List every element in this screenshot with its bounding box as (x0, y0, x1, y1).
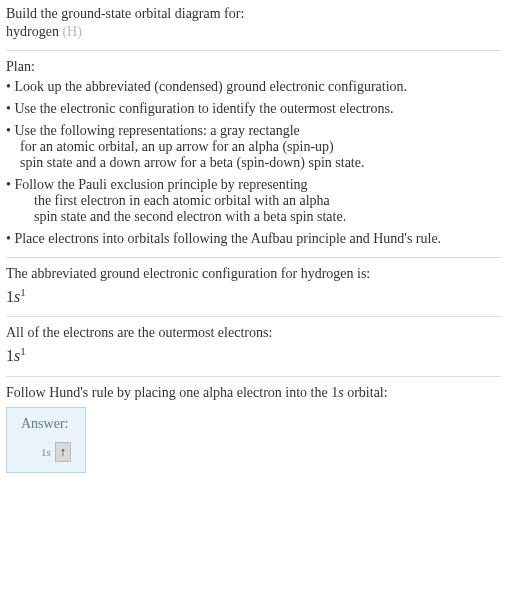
config-e: 1 (20, 345, 26, 357)
orbital-l: s (47, 446, 51, 458)
plan-line: spin state and a down arrow for a beta (… (20, 155, 501, 171)
plan-item: • Use the electronic configuration to id… (6, 101, 501, 117)
config-n: 1 (6, 348, 14, 365)
plan-line: spin state and the second electron with … (34, 209, 501, 225)
text-part: orbital: (344, 385, 388, 400)
plan-line: • Use the following representations: a g… (6, 123, 501, 139)
plan-line: • Place electrons into orbitals followin… (6, 231, 501, 247)
orbital-cell: ↑ (55, 442, 71, 462)
electron-config: 1s1 (6, 286, 501, 306)
config-e: 1 (20, 286, 26, 298)
element-name: hydrogen (6, 24, 59, 39)
plan-item: • Place electrons into orbitals followin… (6, 231, 501, 247)
plan-item: • Use the following representations: a g… (6, 123, 501, 171)
config-n: 1 (6, 288, 14, 305)
plan-label: Plan: (6, 59, 501, 75)
separator (6, 50, 501, 51)
separator (6, 257, 501, 258)
plan-line: for an atomic orbital, an up arrow for a… (20, 139, 501, 155)
up-arrow-icon: ↑ (60, 446, 66, 458)
orbital-row: 1s ↑ (41, 442, 71, 462)
section-text: The abbreviated ground electronic config… (6, 266, 501, 282)
text-part: Follow Hund's rule by placing one alpha … (6, 385, 338, 400)
plan-line: the first electron in each atomic orbita… (34, 193, 501, 209)
electron-config: 1s1 (6, 345, 501, 365)
plan-item: • Look up the abbreviated (condensed) gr… (6, 79, 501, 95)
separator (6, 376, 501, 377)
answer-box: Answer: 1s ↑ (6, 407, 86, 473)
plan-line: • Look up the abbreviated (condensed) gr… (6, 79, 501, 95)
separator (6, 316, 501, 317)
plan-item: • Follow the Pauli exclusion principle b… (6, 177, 501, 225)
plan-line: • Use the electronic configuration to id… (6, 101, 501, 117)
element-symbol: (H) (62, 24, 81, 39)
section-text: All of the electrons are the outermost e… (6, 325, 501, 341)
title-prompt: Build the ground-state orbital diagram f… (6, 6, 501, 22)
plan-list: • Look up the abbreviated (condensed) gr… (6, 79, 501, 247)
orbital-label: 1s (41, 446, 51, 458)
section-text: Follow Hund's rule by placing one alpha … (6, 385, 501, 401)
answer-label: Answer: (21, 416, 71, 432)
plan-line: • Follow the Pauli exclusion principle b… (6, 177, 501, 193)
title-element: hydrogen (H) (6, 24, 501, 40)
